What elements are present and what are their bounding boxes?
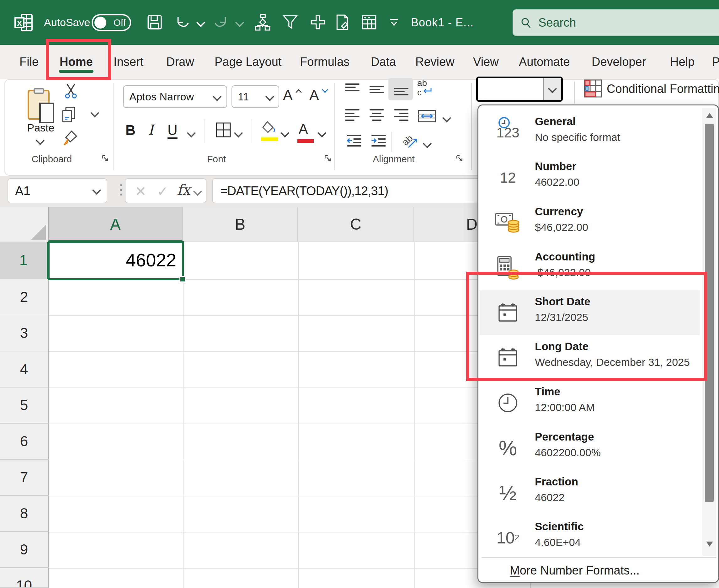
fx-dropdown-icon[interactable]: [193, 187, 202, 196]
active-cell-value: 46022: [49, 243, 182, 278]
enter-icon[interactable]: ✓: [157, 183, 168, 199]
autosave-toggle[interactable]: Off: [91, 14, 131, 31]
tab-p-clipped[interactable]: P: [712, 45, 719, 79]
redo-dropdown-icon[interactable]: [235, 18, 244, 27]
align-left-icon[interactable]: [344, 107, 361, 126]
hierarchy-icon[interactable]: [253, 13, 272, 31]
menu-item-time[interactable]: Time 12:00:00 AM: [480, 380, 700, 425]
redo-icon[interactable]: [212, 13, 230, 31]
row-header-6[interactable]: 6: [0, 424, 49, 460]
menu-item-scientific[interactable]: 102 Scientific 4.60E+04: [480, 515, 700, 560]
tab-file[interactable]: File: [19, 45, 39, 79]
underline-button[interactable]: U: [168, 122, 177, 138]
font-name-combo[interactable]: Aptos Narrow: [123, 85, 227, 108]
name-box[interactable]: A1: [7, 178, 107, 203]
font-color-button[interactable]: A: [299, 121, 308, 137]
decrease-indent-icon[interactable]: [346, 133, 363, 151]
tab-help[interactable]: Help: [670, 45, 695, 79]
row-header-8[interactable]: 8: [0, 496, 49, 532]
copy-icon[interactable]: [60, 105, 79, 126]
merge-center-icon[interactable]: [417, 107, 437, 126]
menu-item-fraction[interactable]: ½ Fraction 46022: [480, 470, 700, 515]
search-input[interactable]: Search: [513, 9, 719, 36]
wrap-text-icon[interactable]: ab c: [417, 79, 432, 97]
fill-handle[interactable]: [179, 276, 186, 282]
column-header-c[interactable]: C: [298, 207, 414, 242]
active-cell-a1[interactable]: 46022: [48, 241, 184, 280]
format-painter-icon[interactable]: [61, 129, 79, 149]
align-center-icon[interactable]: [368, 107, 385, 126]
select-all-corner[interactable]: [0, 207, 49, 242]
undo-dropdown-icon[interactable]: [196, 18, 205, 27]
group-divider: [471, 83, 472, 170]
row-header-4[interactable]: 4: [0, 352, 49, 387]
table-icon[interactable]: [360, 13, 378, 31]
gridline: [183, 242, 184, 588]
item-example: 4.60E+04: [535, 536, 584, 548]
conditional-formatting-button[interactable]: Conditional Formatting: [607, 82, 719, 96]
grow-font-button[interactable]: A: [283, 87, 300, 104]
tab-formulas[interactable]: Formulas: [300, 45, 350, 79]
column-header-a[interactable]: A: [49, 207, 183, 242]
document-title[interactable]: Book1 - E...: [411, 0, 474, 45]
tab-insert[interactable]: Insert: [113, 45, 143, 79]
italic-button[interactable]: I: [148, 122, 153, 138]
borders-icon[interactable]: [215, 121, 232, 140]
add-cells-icon[interactable]: [309, 13, 327, 31]
font-dialog-launcher-icon[interactable]: [324, 154, 332, 163]
bold-button[interactable]: B: [126, 122, 135, 138]
item-title: Number: [535, 160, 579, 172]
column-header-b[interactable]: B: [183, 207, 298, 242]
document-pen-icon[interactable]: [333, 13, 351, 31]
tab-page-layout[interactable]: Page Layout: [215, 45, 281, 79]
align-right-icon[interactable]: [393, 107, 410, 126]
paste-button[interactable]: Paste: [19, 122, 63, 134]
scroll-up-icon[interactable]: [706, 113, 713, 118]
tab-draw[interactable]: Draw: [166, 45, 194, 79]
row-header-10[interactable]: 10: [0, 568, 49, 588]
top-align-icon[interactable]: [344, 81, 361, 99]
row-header-2[interactable]: 2: [0, 279, 49, 315]
menu-item-currency[interactable]: Currency $46,022.00: [480, 200, 700, 245]
middle-align-icon[interactable]: [368, 81, 385, 99]
font-size-combo[interactable]: 11: [232, 85, 279, 108]
cut-icon[interactable]: [62, 82, 80, 101]
row-header-3[interactable]: 3: [0, 315, 49, 352]
paste-clipboard-icon[interactable]: [28, 90, 49, 120]
undo-icon[interactable]: [173, 13, 191, 31]
general-123-icon: 123: [489, 110, 527, 155]
number-format-dropdown-button[interactable]: [543, 78, 561, 100]
group-divider: [574, 82, 575, 104]
more-number-formats-button[interactable]: More Number Formats...: [479, 558, 718, 582]
save-icon[interactable]: [146, 13, 164, 31]
clipboard-dialog-launcher-icon[interactable]: [101, 154, 109, 163]
filter-icon[interactable]: [281, 13, 299, 31]
cancel-icon[interactable]: ✕: [135, 183, 147, 199]
menu-item-percentage[interactable]: % Percentage 4602200.00%: [480, 425, 700, 470]
bottom-align-icon[interactable]: [393, 81, 410, 99]
tab-automate[interactable]: Automate: [519, 45, 570, 79]
conditional-formatting-icon[interactable]: [584, 79, 602, 99]
insert-function-icon[interactable]: fx: [177, 181, 190, 198]
orientation-icon[interactable]: ab: [402, 135, 413, 146]
menu-item-number[interactable]: 12 Number 46022.00: [480, 155, 700, 200]
percent-icon: %: [489, 425, 527, 470]
shrink-font-button[interactable]: A: [309, 87, 326, 104]
name-box-dropdown-icon[interactable]: [92, 186, 101, 194]
excel-logo-icon: x: [14, 13, 34, 34]
tab-developer[interactable]: Developer: [592, 45, 646, 79]
row-header-9[interactable]: 9: [0, 532, 49, 568]
alignment-dialog-launcher-icon[interactable]: [456, 154, 464, 163]
tab-data[interactable]: Data: [371, 45, 396, 79]
customize-qat-icon[interactable]: [388, 18, 400, 30]
number-format-combo[interactable]: [476, 77, 563, 102]
tab-review[interactable]: Review: [415, 45, 454, 79]
increase-indent-icon[interactable]: [370, 133, 387, 151]
menu-item-general[interactable]: 123 General No specific format: [480, 110, 700, 155]
row-header-5[interactable]: 5: [0, 387, 49, 424]
scroll-down-icon[interactable]: [706, 542, 713, 547]
row-header-1[interactable]: 1: [0, 242, 49, 279]
tab-view[interactable]: View: [473, 45, 499, 79]
row-header-7[interactable]: 7: [0, 460, 49, 496]
fill-color-icon[interactable]: [261, 120, 278, 138]
